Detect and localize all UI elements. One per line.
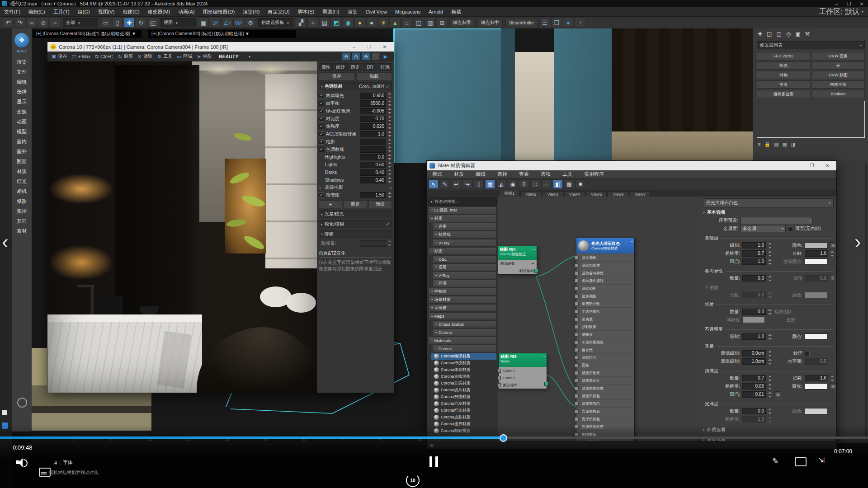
modifier-button[interactable]: 编辑多边形 [757, 90, 810, 98]
spinner[interactable] [388, 146, 392, 152]
checkbox-checked[interactable]: ✓ [319, 147, 324, 152]
input-socket[interactable] [575, 371, 579, 375]
material-slot[interactable]: 清漆层数量 [576, 369, 634, 376]
tonemap-footer-button[interactable]: 预设 [368, 200, 392, 208]
slate-toolbar-icon[interactable]: ∷ [530, 179, 540, 189]
checkbox-checked[interactable]: ✓ [319, 192, 324, 198]
input-socket[interactable] [575, 394, 579, 398]
minimize-icon[interactable]: – [830, 1, 843, 6]
spinner[interactable] [768, 392, 772, 398]
node-collapse-icon[interactable]: – [533, 247, 535, 251]
material-slot[interactable]: 光泽层粗糙度 [576, 422, 634, 430]
tonemap-footer-button[interactable]: 重置 [344, 200, 367, 208]
sidebar-item[interactable]: 素材 [17, 226, 27, 236]
node-color-correct[interactable]: 贴图 #84 Corona颜色校正 – 附加参数+ 默认输出 [498, 246, 537, 275]
vfb-tab[interactable]: 属性 [319, 63, 333, 71]
node-collapse-icon[interactable]: – [543, 354, 545, 358]
material-list-item[interactable]: Corona切片材质 [434, 387, 496, 394]
menu-item[interactable]: Megascans [391, 7, 425, 16]
browser-group-item[interactable]: + V-Ray [432, 272, 496, 279]
slate-toolbar-icon[interactable]: ✎ [440, 179, 450, 189]
value-field[interactable]: 0.0 [742, 292, 766, 298]
info-rollout[interactable]: 信息&TZ汉化 [319, 250, 392, 258]
pause-button[interactable] [429, 456, 438, 467]
checkbox-checked[interactable]: ✓ [319, 124, 324, 129]
sidebar-item[interactable]: 灯光 [17, 176, 27, 186]
color-swatch[interactable] [805, 258, 827, 265]
sidebar-item[interactable]: 变换 [17, 107, 27, 117]
input-socket[interactable] [575, 432, 579, 436]
stack-tool-icon[interactable]: 🔒 [764, 141, 770, 147]
command-panel-tab[interactable]: ✚ [758, 31, 762, 37]
menu-item[interactable]: 渲染(R) [239, 7, 264, 16]
sidebar-item[interactable]: 动画 [17, 117, 27, 127]
material-slot[interactable]: 置换 [576, 361, 634, 369]
start-render-icon[interactable]: ▶ [381, 53, 390, 60]
input-socket[interactable] [575, 310, 579, 314]
vfb-toolbar-button[interactable]: ↻ 刷新 [116, 52, 135, 61]
spinner[interactable] [768, 243, 772, 249]
toolbar-icon[interactable]: ☀ [378, 18, 389, 28]
value-field[interactable]: 0.7 [742, 375, 766, 381]
sidebar-item[interactable]: 显示 [17, 97, 27, 107]
input-socket[interactable] [575, 348, 579, 352]
slate-menu-item[interactable]: 编辑 [470, 171, 491, 178]
shrink-icon[interactable]: ⇲ [818, 456, 825, 465]
modifier-button[interactable]: 网格平滑 [811, 80, 865, 89]
output-socket[interactable] [544, 382, 548, 386]
toolbar-icon[interactable]: ▞ [296, 18, 307, 28]
input-socket[interactable] [498, 376, 501, 380]
browser-group-item[interactable]: + OSL [432, 255, 496, 263]
toolbar-icon[interactable]: ⌁ [50, 18, 61, 28]
spinner[interactable] [388, 177, 392, 183]
denoise-rollout[interactable]: ▾降噪 [319, 230, 392, 238]
material-slot[interactable]: 半透明颜色 [576, 307, 634, 315]
scrollbar[interactable] [865, 163, 867, 439]
toolbar-icon[interactable]: ▭ [100, 18, 111, 28]
input-socket[interactable] [575, 279, 579, 283]
vfb-toolbar-button[interactable]: ✕ 清除 [135, 52, 155, 61]
toolbar-icon[interactable]: ◱ [147, 18, 158, 28]
value-field[interactable]: 0.05 [742, 383, 766, 389]
material-slot[interactable]: 各向异性旋转 [576, 277, 634, 284]
toolbar-icon[interactable]: ▯ [112, 18, 123, 28]
material-list-item[interactable]: Corona阴影捕捉 [434, 427, 496, 434]
input-socket[interactable] [575, 379, 579, 383]
browser-group-item[interactable]: + V-Ray [432, 239, 496, 247]
input-socket[interactable] [575, 333, 579, 337]
toolbar-icon[interactable]: ● [354, 18, 365, 28]
sidebar-item[interactable]: 室外 [17, 146, 27, 156]
menu-item[interactable]: 脚本(S) [294, 7, 319, 16]
menu-item[interactable]: 修改器(M) [144, 7, 175, 16]
material-list-item[interactable]: Corona体积材质 [434, 366, 496, 373]
close-icon[interactable]: ✕ [378, 44, 391, 49]
value-field[interactable]: 0.0 [742, 408, 766, 414]
value-field[interactable]: -0.005 [360, 108, 386, 114]
spinner[interactable] [388, 169, 392, 175]
material-slot[interactable]: 清漆层凹凸 [576, 399, 634, 407]
value-field[interactable]: 0.0 [805, 275, 828, 282]
volume-icon[interactable] [16, 458, 27, 467]
slate-menu-item[interactable]: 材质 [448, 171, 469, 178]
value-field[interactable]: 1.0 [742, 333, 766, 340]
menu-item[interactable]: 视图(V) [94, 7, 119, 16]
slate-toolbar-icon[interactable]: ✸ [576, 179, 585, 189]
slate-menu-item[interactable]: 实用程序 [579, 171, 609, 178]
slate-view-tab[interactable]: 视图1 [499, 190, 519, 197]
browser-group-item[interactable]: − 材质 [428, 215, 496, 222]
spinner[interactable] [388, 93, 392, 99]
toolbar-button[interactable]: 轴点归零 [449, 18, 475, 27]
viewport-label-left[interactable]: [+] [Corona Camera003] [标准*] [默认明暗处理] ▼ [33, 30, 142, 38]
slate-toolbar-icon[interactable]: ▩ [564, 179, 574, 189]
menu-item[interactable]: Arnold [425, 7, 447, 16]
value-field[interactable]: 6500.0 [360, 100, 386, 107]
spinner[interactable] [388, 162, 392, 168]
preset-dropdown[interactable]: ▪ [741, 217, 813, 224]
spinner[interactable] [388, 139, 392, 145]
checkbox[interactable] [788, 226, 793, 231]
toolbar-icon[interactable]: ● [366, 18, 377, 28]
toolbar-icon[interactable]: ◔ [575, 18, 585, 28]
browser-group-item[interactable]: + 场景材质 [428, 296, 496, 304]
material-slot[interactable]: 自发光 [576, 346, 634, 353]
modifier-button[interactable]: 松弛 [757, 61, 810, 70]
